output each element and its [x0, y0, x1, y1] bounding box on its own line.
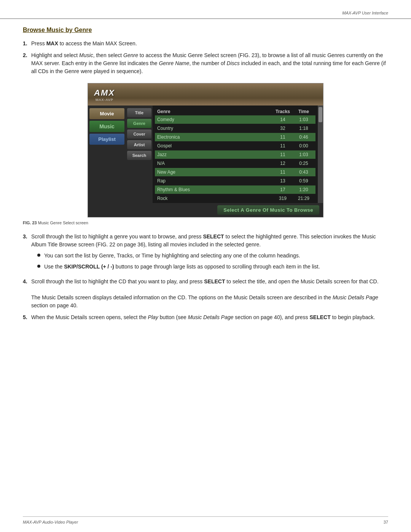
subnav-title[interactable]: Title: [127, 108, 151, 117]
genre-tracks: 14: [271, 117, 294, 122]
genre-time: 1:18: [294, 126, 313, 131]
step-2-italic3: Genre Name: [159, 60, 189, 66]
nav-playlist[interactable]: Playlist: [89, 134, 124, 145]
genre-time: 1:20: [294, 187, 313, 192]
bullet-list: You can sort the list by Genre, Tracks, …: [37, 252, 388, 271]
steps-list-2: 3. Scroll through the list to highlight …: [23, 233, 388, 321]
genre-row[interactable]: Jazz111:03: [155, 150, 315, 159]
genre-name: Electronica: [157, 134, 271, 140]
genre-name: Rap: [157, 178, 271, 184]
genre-time: 1:03: [294, 117, 313, 122]
amx-logo-text: AMX: [94, 88, 115, 98]
genre-row[interactable]: N/A120:25: [155, 159, 315, 168]
fig-text: Music Genre Select screen: [38, 220, 88, 225]
nav-movie[interactable]: Movie: [89, 108, 124, 119]
amx-header: AMX MAX-AVP: [88, 83, 323, 105]
genre-name: Jazz: [157, 152, 271, 157]
bullet-2: Use the SKIP/SCROLL (+ / -) buttons to p…: [37, 263, 388, 271]
genre-tracks: 32: [271, 126, 294, 131]
genre-row[interactable]: Rap130:59: [155, 177, 315, 185]
step-2-italic4: Discs: [227, 60, 240, 66]
genre-row[interactable]: Rhythm & Blues171:20: [155, 185, 315, 194]
step-5-italic1: Play: [148, 314, 158, 320]
genre-row[interactable]: Rock31921:29: [155, 194, 315, 203]
subnav-cover[interactable]: Cover: [127, 129, 151, 139]
genre-name: New Age: [157, 169, 271, 175]
fig-caption: FIG. 23 Music Genre Select screen: [23, 220, 388, 225]
step-1-content: Press MAX to access the Main MAX Screen.: [31, 40, 388, 48]
step-5-num: 5.: [23, 313, 31, 321]
sub-nav: Title Genre Cover Artist Search: [126, 105, 153, 203]
step-4-content: Scroll through the list to highlight the…: [31, 278, 388, 310]
bullet-1: You can sort the list by Genre, Tracks, …: [37, 252, 388, 260]
scroll-thumb: [319, 107, 322, 122]
step-1-num: 1.: [23, 40, 31, 48]
header-label: MAX-AVP User Interface: [342, 11, 388, 15]
genre-time: 1:03: [294, 152, 313, 157]
genre-row[interactable]: Country321:18: [155, 124, 315, 133]
genre-time: 21:29: [294, 196, 313, 201]
genre-name: Gospel: [157, 143, 271, 149]
left-nav: Movie Music Playlist: [88, 105, 126, 203]
genre-name: N/A: [157, 161, 271, 166]
genre-time: 0:46: [294, 134, 313, 140]
genre-row[interactable]: New Age110:43: [155, 168, 315, 176]
step-4: 4. Scroll through the list to highlight …: [23, 278, 388, 310]
genre-time: 0:59: [294, 178, 313, 184]
genre-name: Comedy: [157, 117, 271, 122]
step-1: 1. Press MAX to access the Main MAX Scre…: [23, 40, 388, 48]
step-2-num: 2.: [23, 51, 31, 75]
genre-tracks: 11: [271, 143, 294, 149]
footer: MAX-AVP Audio-Video Player 37: [23, 516, 388, 524]
genre-time: 0:00: [294, 143, 313, 149]
footer-right: 37: [384, 520, 388, 524]
status-text: Select A Genre Of Music To Browse: [217, 205, 319, 215]
step-1-bold: MAX: [46, 40, 58, 46]
genre-name: Rhythm & Blues: [157, 187, 271, 192]
step-5-italic2: Music Details Page: [188, 314, 234, 320]
genre-row[interactable]: Comedy141:03: [155, 115, 315, 124]
genre-time: 0:43: [294, 169, 313, 175]
step-3-select: SELECT: [203, 233, 224, 240]
col-tracks: Tracks: [271, 109, 294, 114]
genre-tracks: 11: [271, 152, 294, 157]
scrollbar[interactable]: [318, 105, 323, 203]
top-border: [0, 18, 411, 19]
nav-music[interactable]: Music: [89, 121, 124, 132]
step-2: 2. Highlight and select Music, then sele…: [23, 51, 388, 75]
step-4-select: SELECT: [204, 278, 225, 284]
step-2-italic1: Music: [79, 52, 93, 58]
step-4-italic: Music Details Page: [333, 294, 378, 300]
step-5: 5. When the Music Details screen opens, …: [23, 313, 388, 321]
section-heading: Browse Music by Genre: [23, 27, 388, 34]
ui-body: Movie Music Playlist Title Genre Cover A…: [88, 105, 323, 203]
subnav-artist[interactable]: Artist: [127, 140, 151, 149]
step-3-content: Scroll through the list to highlight a g…: [31, 233, 388, 274]
bullet-dot-2: [37, 265, 40, 268]
genre-row[interactable]: Electronica110:46: [155, 133, 315, 141]
genre-tracks: 11: [271, 134, 294, 140]
subnav-genre[interactable]: Genre: [127, 119, 151, 128]
step-4-num: 4.: [23, 278, 31, 310]
genre-tracks: 12: [271, 161, 294, 166]
bullet-1-text: You can sort the list by Genre, Tracks, …: [44, 252, 300, 260]
genre-time: 0:25: [294, 161, 313, 166]
genre-tracks: 11: [271, 169, 294, 175]
skip-scroll-bold: SKIP/SCROLL (+ / -): [64, 264, 114, 270]
footer-left: MAX-AVP Audio-Video Player: [23, 520, 78, 524]
screenshot-box: AMX MAX-AVP Movie Music Playlist Title G…: [88, 83, 323, 217]
bullet-dot-1: [37, 254, 40, 257]
subnav-search[interactable]: Search: [127, 151, 151, 160]
genre-tracks: 13: [271, 178, 294, 184]
genre-row[interactable]: Gospel110:00: [155, 142, 315, 150]
genre-tracks: 319: [271, 196, 294, 201]
step-3: 3. Scroll through the list to highlight …: [23, 233, 388, 274]
genre-name: Rock: [157, 196, 271, 201]
bullet-2-text: Use the SKIP/SCROLL (+ / -) buttons to p…: [44, 263, 320, 271]
steps-list: 1. Press MAX to access the Main MAX Scre…: [23, 40, 388, 75]
col-time: Time: [294, 109, 313, 114]
genre-rows: Comedy141:03Country321:18Electronica110:…: [155, 115, 315, 203]
step-2-italic2: Genre: [123, 52, 138, 58]
genre-name: Country: [157, 126, 271, 131]
status-bar: Select A Genre Of Music To Browse: [88, 203, 323, 217]
